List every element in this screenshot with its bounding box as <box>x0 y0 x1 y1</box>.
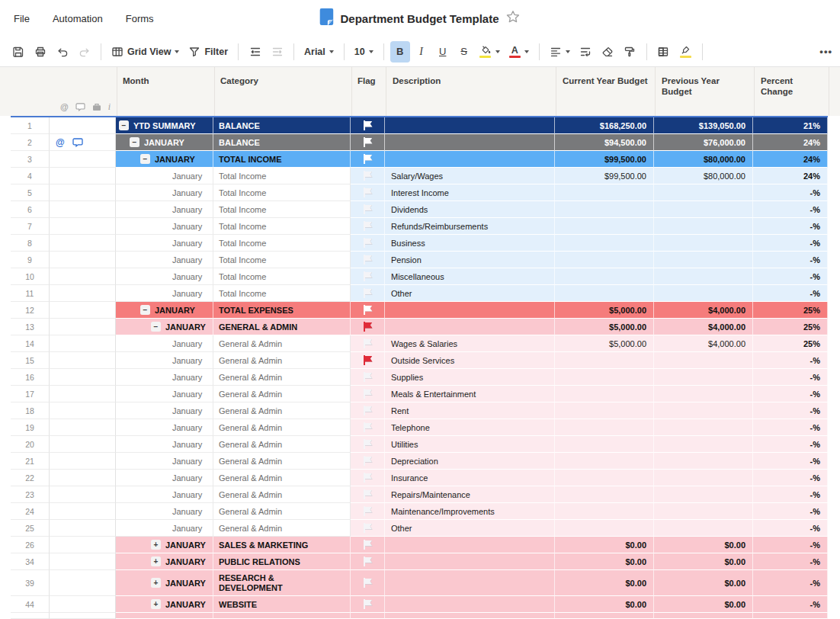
current-year-budget-cell[interactable] <box>555 419 654 436</box>
flag-cell[interactable] <box>351 302 385 319</box>
undo-button[interactable] <box>52 41 72 63</box>
category-cell[interactable]: General & Admin <box>213 520 351 537</box>
previous-year-budget-cell[interactable] <box>654 520 753 537</box>
category-cell[interactable]: General & Admin <box>213 453 351 470</box>
month-cell[interactable] <box>116 613 213 619</box>
row-number[interactable]: 23 <box>11 486 50 503</box>
table-row[interactable]: 39 + JANUARY RESEARCH & DEVELOPMENT $0.0… <box>0 570 840 596</box>
flag-cell[interactable] <box>351 268 385 285</box>
table-row[interactable]: 17 January General & Admin Meals & Enter… <box>0 386 840 403</box>
category-cell[interactable]: General & Admin <box>213 369 351 386</box>
flag-icon[interactable] <box>362 188 373 197</box>
table-row[interactable]: 8 January Total Income Business -% <box>0 235 840 252</box>
description-cell[interactable]: Dividends <box>385 201 555 218</box>
collapse-toggle-icon[interactable]: + <box>151 599 161 609</box>
flag-icon[interactable] <box>362 540 373 550</box>
redo-button[interactable] <box>74 41 95 63</box>
row-number-header[interactable] <box>12 67 51 116</box>
flag-cell[interactable] <box>351 486 385 503</box>
percent-change-cell[interactable]: -% <box>753 570 828 596</box>
previous-year-budget-cell[interactable] <box>654 470 753 486</box>
flag-icon[interactable] <box>362 171 373 181</box>
description-cell[interactable]: Utilities <box>385 436 555 453</box>
underline-button[interactable]: U <box>433 41 453 63</box>
flag-cell[interactable] <box>351 252 385 268</box>
row-number[interactable]: 39 <box>11 570 50 596</box>
filter-button[interactable]: Filter <box>184 41 232 63</box>
flag-icon[interactable] <box>362 305 373 315</box>
flag-icon[interactable] <box>362 322 373 332</box>
month-cell[interactable]: January <box>116 369 213 386</box>
percent-change-cell[interactable] <box>753 613 828 619</box>
percent-change-cell[interactable]: 25% <box>753 335 828 352</box>
current-year-budget-cell[interactable]: $99,500.00 <box>555 151 654 168</box>
current-year-budget-cell[interactable] <box>555 252 654 268</box>
table-row[interactable]: 6 January Total Income Dividends -% <box>0 201 840 218</box>
current-year-budget-cell[interactable] <box>555 436 654 453</box>
table-row[interactable]: 34 + JANUARY PUBLIC RELATIONS $0.00 $0.0… <box>0 553 840 570</box>
category-cell[interactable]: SALES & MARKETING <box>213 537 351 553</box>
flag-icon[interactable] <box>362 154 373 164</box>
current-year-budget-cell[interactable] <box>555 235 654 252</box>
description-cell[interactable] <box>385 537 555 553</box>
table-row[interactable]: 16 January General & Admin Supplies -% <box>0 369 840 386</box>
percent-change-cell[interactable]: -% <box>753 369 828 386</box>
previous-year-budget-cell[interactable] <box>654 285 753 302</box>
flag-cell[interactable] <box>351 352 385 369</box>
description-cell[interactable]: Insurance <box>385 470 555 486</box>
category-cell[interactable]: General & Admin <box>213 386 351 403</box>
flag-cell[interactable] <box>351 403 385 419</box>
table-row[interactable]: 11 January Total Income Other -% <box>0 285 840 302</box>
row-number[interactable]: 4 <box>11 168 50 184</box>
current-year-budget-cell[interactable] <box>555 201 654 218</box>
format-painter-button[interactable] <box>620 41 640 63</box>
previous-year-budget-cell[interactable]: $4,000.00 <box>654 319 753 335</box>
description-cell[interactable]: Supplies <box>385 369 555 386</box>
description-cell[interactable]: Other <box>385 285 555 302</box>
more-options-button[interactable]: ••• <box>819 46 832 57</box>
description-cell[interactable]: Pension <box>385 252 555 268</box>
menu-automation[interactable]: Automation <box>53 13 103 24</box>
table-row[interactable]: 5 January Total Income Interest Income -… <box>0 184 840 201</box>
category-cell[interactable]: Total Income <box>213 218 351 235</box>
flag-icon[interactable] <box>362 255 373 265</box>
view-switcher-button[interactable]: Grid View <box>107 41 183 63</box>
collapse-toggle-icon[interactable]: + <box>151 556 161 566</box>
percent-change-cell[interactable]: 21% <box>753 117 828 134</box>
flag-cell[interactable] <box>351 570 385 596</box>
category-cell[interactable]: General & Admin <box>213 352 351 369</box>
description-cell[interactable]: Business <box>385 235 555 252</box>
month-cell[interactable]: − JANUARY <box>116 151 213 168</box>
borders-button[interactable] <box>653 41 674 63</box>
percent-change-cell[interactable]: 25% <box>753 319 828 335</box>
print-button[interactable] <box>30 41 50 63</box>
percent-change-cell[interactable]: -% <box>753 537 828 553</box>
previous-year-budget-cell[interactable] <box>654 436 753 453</box>
category-cell[interactable]: TOTAL INCOME <box>213 151 351 168</box>
category-cell[interactable]: Total Income <box>213 285 351 302</box>
description-cell[interactable] <box>385 596 555 613</box>
previous-year-budget-cell[interactable] <box>654 369 753 386</box>
row-number[interactable]: 14 <box>11 335 50 352</box>
previous-year-budget-cell[interactable] <box>654 403 753 419</box>
current-year-budget-cell[interactable]: $0.00 <box>555 570 654 596</box>
month-cell[interactable]: January <box>116 386 213 403</box>
flag-icon[interactable] <box>362 473 373 483</box>
wrap-text-button[interactable] <box>575 41 596 63</box>
category-cell[interactable]: PUBLIC RELATIONS <box>213 553 351 570</box>
table-row[interactable]: 1 − YTD SUMMARY BALANCE $168,250.00 $139… <box>0 117 840 134</box>
flag-icon[interactable] <box>362 338 373 348</box>
table-row[interactable]: 25 January General & Admin Other -% <box>0 520 840 537</box>
month-cell[interactable]: January <box>116 520 213 537</box>
column-header-previous-year-budget[interactable]: Previous Year Budget <box>656 67 755 116</box>
flag-cell[interactable] <box>351 596 385 613</box>
month-cell[interactable]: + JANUARY <box>116 596 213 613</box>
flag-icon[interactable] <box>362 238 373 248</box>
flag-cell[interactable] <box>351 369 385 386</box>
current-year-budget-cell[interactable]: $5,000.00 <box>555 319 654 335</box>
percent-change-cell[interactable]: -% <box>753 453 828 470</box>
current-year-budget-cell[interactable] <box>555 218 654 235</box>
bold-button[interactable]: B <box>390 41 410 63</box>
flag-cell[interactable] <box>351 151 385 168</box>
table-row[interactable] <box>0 613 840 619</box>
